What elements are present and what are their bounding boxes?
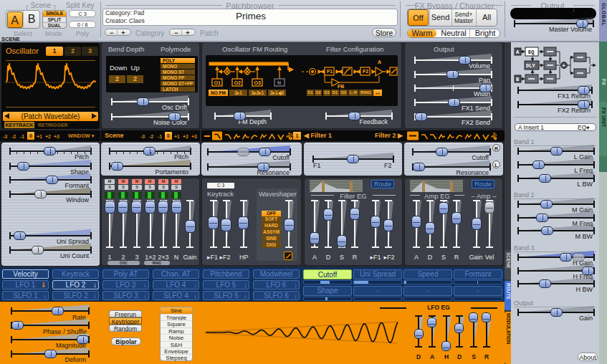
svg-text:N: N (277, 80, 281, 85)
svg-text:+: + (563, 63, 565, 69)
svg-text:O2: O2 (234, 80, 241, 85)
svg-text:A: A (378, 59, 381, 64)
svg-text:F1: F1 (327, 69, 333, 74)
svg-text:EQ: EQ (528, 49, 534, 55)
svg-text:O1: O1 (214, 80, 221, 85)
svg-text:DLY: DLY (526, 63, 535, 69)
svg-text:O3: O3 (254, 80, 261, 85)
svg-text:FB: FB (338, 84, 344, 89)
svg-text:F2: F2 (363, 69, 368, 74)
